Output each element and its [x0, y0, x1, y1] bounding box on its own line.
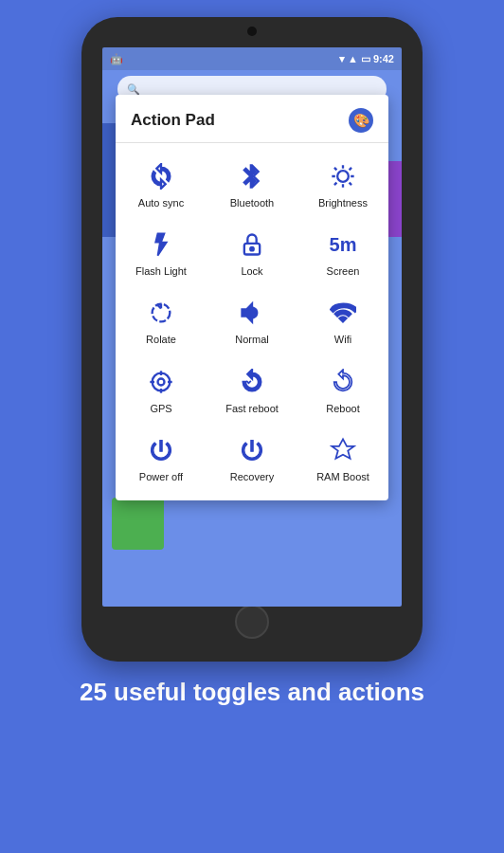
flash-light-icon: [145, 228, 177, 261]
phone-camera: [247, 27, 257, 36]
bluetooth-label: Bluetooth: [230, 197, 274, 209]
bottom-tagline: 25 useful toggles and actions: [51, 677, 453, 709]
svg-point-0: [337, 171, 349, 182]
lock-label: Lock: [241, 265, 262, 278]
action-item-normal[interactable]: Normal: [207, 287, 297, 355]
action-item-screen[interactable]: 5m Screen: [297, 219, 388, 287]
normal-label: Normal: [235, 334, 268, 346]
recovery-icon: [236, 434, 268, 466]
reboot-label: Reboot: [326, 403, 359, 415]
action-item-gps[interactable]: GPS: [116, 356, 207, 425]
action-item-bluetooth[interactable]: Bluetooth: [207, 151, 297, 219]
phone-screen: 🤖 ▾ ▲ ▭ 9:42 🔍 Action Pad 🎨: [102, 47, 402, 607]
dialog-title: Action Pad: [131, 111, 215, 130]
svg-line-7: [350, 168, 351, 170]
fast-reboot-label: Fast reboot: [225, 403, 279, 415]
svg-point-10: [250, 247, 254, 251]
power-off-icon: [145, 434, 177, 466]
rotate-label: Rolate: [146, 334, 176, 346]
svg-line-5: [334, 168, 336, 170]
action-item-lock[interactable]: Lock: [207, 219, 297, 287]
ram-boost-label: RAM Boost: [316, 471, 369, 483]
palette-icon[interactable]: 🎨: [349, 108, 373, 133]
lock-icon: [236, 228, 268, 261]
wifi-status-icon: ▾: [339, 53, 345, 65]
action-item-fast-reboot[interactable]: Fast reboot: [207, 356, 297, 425]
wifi-label: Wifi: [334, 334, 351, 346]
action-item-power-off[interactable]: Power off: [116, 425, 207, 493]
rotate-icon: [145, 297, 177, 329]
auto-sync-icon: [145, 160, 177, 192]
action-item-brightness[interactable]: Brightness: [297, 151, 388, 219]
battery-icon: ▭: [361, 53, 370, 65]
dialog-header: Action Pad 🎨: [116, 95, 388, 143]
time-display: 9:42: [373, 53, 394, 64]
status-bar: 🤖 ▾ ▲ ▭ 9:42: [102, 47, 402, 70]
phone-shell: 🤖 ▾ ▲ ▭ 9:42 🔍 Action Pad 🎨: [81, 17, 423, 662]
power-off-label: Power off: [139, 471, 183, 483]
search-bar-text: 🔍: [127, 83, 140, 96]
flash-light-label: Flash Light: [135, 265, 187, 278]
svg-point-15: [158, 378, 165, 385]
action-item-flash-light[interactable]: Flash Light: [116, 219, 207, 287]
action-item-auto-sync[interactable]: Auto sync: [116, 151, 207, 219]
fast-reboot-icon: [236, 366, 268, 398]
android-icon: 🤖: [110, 53, 123, 65]
wifi-icon: [327, 297, 359, 329]
svg-line-6: [350, 183, 351, 185]
gps-label: GPS: [150, 403, 171, 415]
screen-label: Screen: [327, 265, 360, 278]
action-item-wifi[interactable]: Wifi: [297, 287, 388, 355]
brightness-label: Brightness: [318, 197, 368, 209]
normal-icon: [236, 297, 268, 329]
action-item-reboot[interactable]: Reboot: [297, 356, 388, 425]
gps-icon: [145, 366, 177, 398]
action-pad-dialog: Action Pad 🎨 Auto sync Bluetooth: [116, 95, 388, 500]
screen-icon: 5m: [327, 228, 359, 261]
action-item-rotate[interactable]: Rolate: [116, 287, 207, 355]
action-item-recovery[interactable]: Recovery: [207, 425, 297, 493]
signal-icon: ▲: [348, 53, 358, 64]
reboot-icon: [327, 366, 359, 398]
brightness-icon: [327, 160, 359, 192]
svg-point-14: [153, 372, 171, 390]
ram-boost-icon: [327, 434, 359, 466]
action-item-ram-boost[interactable]: RAM Boost: [297, 425, 388, 493]
recovery-label: Recovery: [230, 471, 274, 483]
action-grid: Auto sync Bluetooth Brightness: [116, 143, 388, 500]
bluetooth-icon: [236, 160, 268, 192]
svg-line-8: [334, 183, 336, 185]
auto-sync-label: Auto sync: [138, 197, 184, 209]
home-button[interactable]: [235, 605, 269, 639]
